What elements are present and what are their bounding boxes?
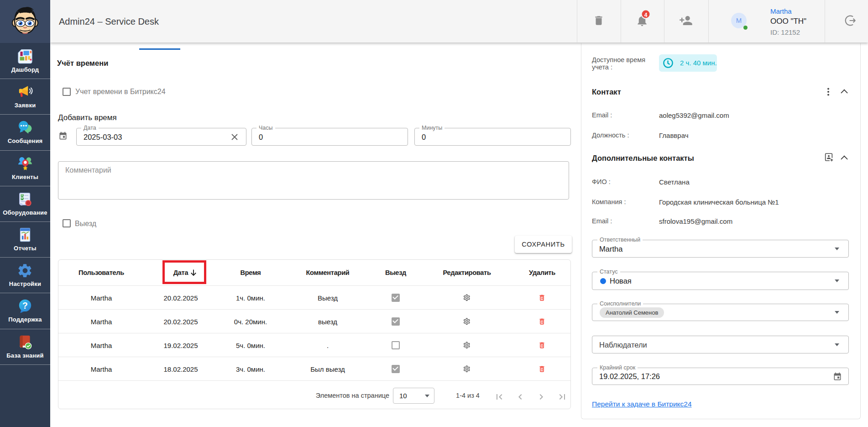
svg-text:?: ?: [22, 300, 28, 311]
